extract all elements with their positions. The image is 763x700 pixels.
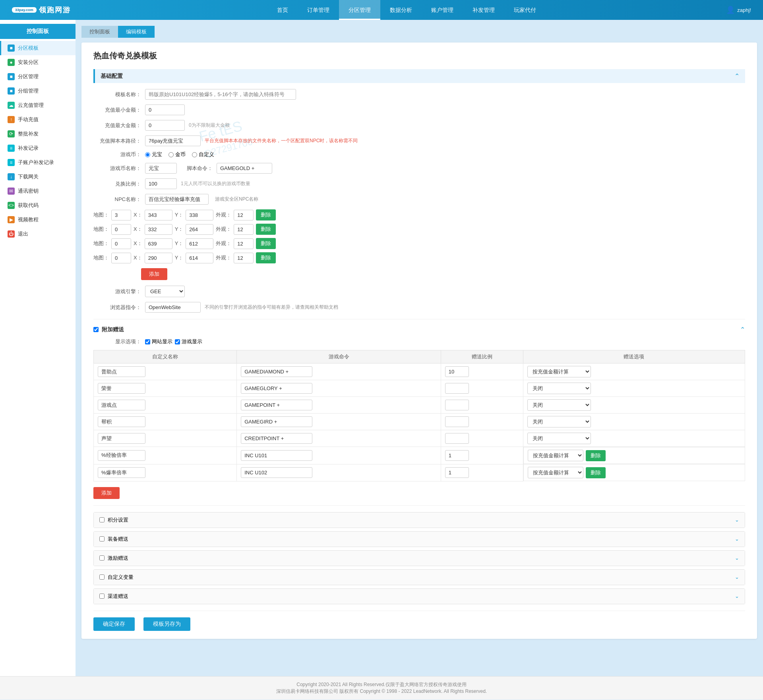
coord-delete-1[interactable]: 删除 xyxy=(256,224,276,235)
collapse-points-check[interactable] xyxy=(99,517,105,522)
gift-delete-5[interactable]: 删除 xyxy=(586,450,606,461)
gift-cmd-6[interactable] xyxy=(241,467,312,478)
coord-y-0[interactable] xyxy=(186,210,213,220)
coord-map-0[interactable] xyxy=(111,210,131,220)
gift-option-6[interactable]: 按充值金额计算 关闭 按充值次数计算 xyxy=(528,467,583,478)
sidebar-item-subrecord[interactable]: ≡ 子账户补发记录 xyxy=(0,155,76,170)
gift-name-6[interactable] xyxy=(98,467,145,478)
coord-y-2[interactable] xyxy=(186,238,213,249)
sidebar-item-cloud[interactable]: ☁ 云充值管理 xyxy=(0,98,76,112)
coord-ext-0[interactable] xyxy=(234,210,254,220)
gift-option-2[interactable]: 按充值金额计算 关闭 按充值次数计算 xyxy=(527,399,591,411)
collapse-channel-check[interactable] xyxy=(99,594,105,599)
nav-player[interactable]: 玩家代付 xyxy=(504,0,546,20)
coord-x-1[interactable] xyxy=(145,224,172,235)
coord-y-3[interactable] xyxy=(186,253,213,263)
sidebar-item-download[interactable]: ↓ 下载网关 xyxy=(0,170,76,184)
gift-section-label[interactable]: 附加赠送 xyxy=(102,326,124,333)
display-game-checkbox[interactable]: 游戏显示 xyxy=(175,338,202,345)
exchange-ratio-input[interactable] xyxy=(145,178,177,189)
gift-name-3[interactable] xyxy=(98,416,145,427)
nav-accounts[interactable]: 账户管理 xyxy=(422,0,463,20)
sidebar-item-comms[interactable]: ✉ 通讯密钥 xyxy=(0,184,76,198)
collapse-激励-header[interactable]: 激励赠送 ⌄ xyxy=(94,551,745,566)
sidebar-item-video[interactable]: ▶ 视频教程 xyxy=(0,213,76,227)
gift-cmd-2[interactable] xyxy=(241,400,312,410)
coord-x-0[interactable] xyxy=(145,210,172,220)
gift-cmd-1[interactable] xyxy=(241,383,312,394)
gift-option-5[interactable]: 按充值金额计算 关闭 按充值次数计算 xyxy=(528,450,583,461)
sidebar-item-code[interactable]: <> 获取代码 xyxy=(0,198,76,213)
browser-input[interactable] xyxy=(145,302,201,313)
coord-delete-3[interactable]: 删除 xyxy=(256,252,276,263)
nav-analytics[interactable]: 数据分析 xyxy=(380,0,422,20)
currency-radio-gold[interactable]: 金币 xyxy=(168,151,186,158)
breadcrumb-control[interactable]: 控制面板 xyxy=(81,26,118,38)
gift-ratio-1[interactable] xyxy=(445,383,469,394)
currency-name-input[interactable] xyxy=(145,163,177,174)
save-button[interactable]: 确定保存 xyxy=(93,617,135,631)
collapse-激励-check[interactable] xyxy=(99,555,105,561)
engine-select[interactable]: GEE MIR2 MIR3 xyxy=(145,286,185,297)
currency-radio-custom[interactable]: 自定义 xyxy=(192,151,214,158)
coord-map-2[interactable] xyxy=(111,238,131,249)
nav-orders[interactable]: 订单管理 xyxy=(298,0,339,20)
template-name-input[interactable] xyxy=(145,89,296,100)
coord-delete-0[interactable]: 删除 xyxy=(256,209,276,220)
sidebar-item-logout[interactable]: ⏻ 退出 xyxy=(0,227,76,241)
gift-delete-6[interactable]: 删除 xyxy=(586,467,606,478)
gift-ratio-2[interactable] xyxy=(445,400,469,410)
sidebar-item-manual[interactable]: ↑ 手动充值 xyxy=(0,112,76,127)
gift-checkbox[interactable] xyxy=(93,327,99,332)
gift-option-1[interactable]: 按充值金额计算 关闭 按充值次数计算 xyxy=(527,383,591,394)
gift-ratio-4[interactable] xyxy=(445,433,469,444)
script-path-input[interactable] xyxy=(145,135,201,146)
coord-x-3[interactable] xyxy=(145,253,172,263)
user-menu[interactable]: 👤 zaphj! xyxy=(726,6,751,14)
gift-name-1[interactable] xyxy=(98,383,145,394)
coord-delete-2[interactable]: 删除 xyxy=(256,238,276,249)
nav-补发[interactable]: 补发管理 xyxy=(463,0,504,20)
min-recharge-input[interactable] xyxy=(145,104,185,115)
gift-ratio-3[interactable] xyxy=(445,416,469,427)
sidebar-item-record[interactable]: ≡ 补发记录 xyxy=(0,141,76,155)
gift-ratio-5[interactable] xyxy=(445,450,469,461)
sidebar-item-install[interactable]: ● 安装分区 xyxy=(0,55,76,70)
gift-cmd-0[interactable] xyxy=(241,366,312,377)
collapse-custom-var-check[interactable] xyxy=(99,574,105,580)
sidebar-item-batch[interactable]: ⟳ 整批补发 xyxy=(0,127,76,141)
sidebar-item-zone-manage[interactable]: ■ 分区管理 xyxy=(0,70,76,84)
coord-ext-2[interactable] xyxy=(234,238,254,249)
coord-map-1[interactable] xyxy=(111,224,131,235)
collapse-equip-check[interactable] xyxy=(99,536,105,541)
gift-ratio-6[interactable] xyxy=(445,467,469,478)
gift-option-3[interactable]: 按充值金额计算 关闭 按充值次数计算 xyxy=(527,416,591,427)
gift-name-0[interactable] xyxy=(98,366,145,377)
collapse-points-header[interactable]: 积分设置 ⌄ xyxy=(94,512,745,528)
gift-name-2[interactable] xyxy=(98,400,145,410)
breadcrumb-edit[interactable]: 编辑模板 xyxy=(118,26,155,38)
max-recharge-input[interactable] xyxy=(145,120,185,131)
sidebar-item-template[interactable]: ■ 分区模板 xyxy=(0,41,76,55)
currency-radio-yuanbao[interactable]: 元宝 xyxy=(145,151,162,158)
currency-cmd-input[interactable] xyxy=(217,163,272,174)
basic-section-header[interactable]: 基础配置 ⌃ xyxy=(93,69,745,83)
coord-y-1[interactable] xyxy=(186,224,213,235)
gift-add-button[interactable]: 添加 xyxy=(93,487,120,499)
gift-option-4[interactable]: 按充值金额计算 关闭 按充值次数计算 xyxy=(527,433,591,444)
nav-zones[interactable]: 分区管理 xyxy=(339,0,380,20)
gift-option-0[interactable]: 按充值金额计算 关闭 按充值次数计算 xyxy=(527,366,591,377)
sidebar-item-group[interactable]: ■ 分组管理 xyxy=(0,84,76,98)
nav-home[interactable]: 首页 xyxy=(267,0,298,20)
collapse-custom-var-header[interactable]: 自定义变量 ⌄ xyxy=(94,570,745,585)
collapse-equip-header[interactable]: 装备赠送 ⌄ xyxy=(94,532,745,547)
npc-name-input[interactable] xyxy=(145,194,209,205)
gift-cmd-4[interactable] xyxy=(241,433,312,444)
collapse-channel-header[interactable]: 渠道赠送 ⌄ xyxy=(94,589,745,604)
gift-cmd-5[interactable] xyxy=(241,450,312,461)
display-web-checkbox[interactable]: 网站显示 xyxy=(145,338,172,345)
saveas-button[interactable]: 模板另存为 xyxy=(143,617,190,631)
coord-ext-1[interactable] xyxy=(234,224,254,235)
gift-name-5[interactable] xyxy=(98,450,145,461)
gift-cmd-3[interactable] xyxy=(241,416,312,427)
